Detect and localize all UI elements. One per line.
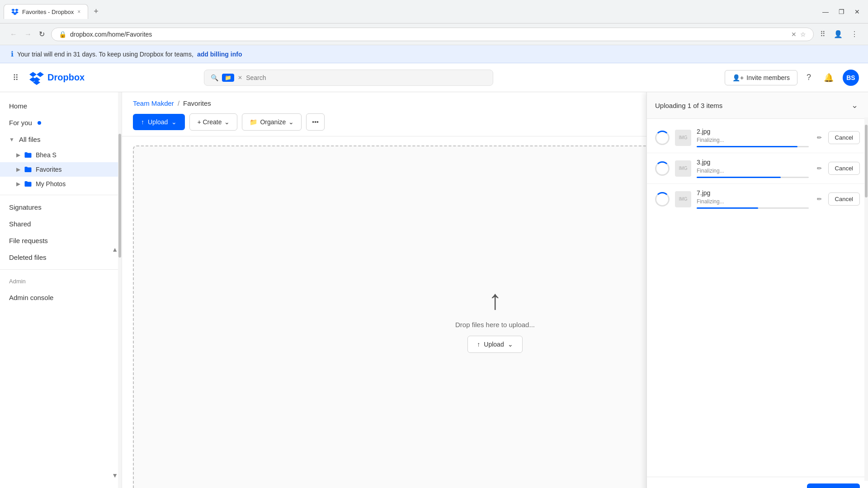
- create-dropdown-icon: ⌄: [224, 118, 230, 126]
- upload-status-3: Finalizing...: [697, 198, 809, 205]
- url-text: dropbox.com/home/Favorites: [70, 31, 788, 38]
- organize-button[interactable]: 📁 Organize ⌄: [242, 113, 302, 131]
- url-bar[interactable]: 🔒 dropbox.com/home/Favorites ✕ ☆: [51, 28, 814, 41]
- sidebar-divider-1: [0, 195, 122, 195]
- maximize-button[interactable]: ❐: [834, 6, 849, 17]
- upload-edit-btn-1[interactable]: ✏: [814, 131, 825, 144]
- upload-item-actions-2: ✏ Cancel: [814, 162, 860, 175]
- notifications-button[interactable]: 🔔: [820, 69, 837, 86]
- sidebar-admin-section: Admin: [0, 273, 122, 289]
- search-bar[interactable]: 🔍 📁 ✕: [204, 70, 493, 86]
- sidebar-item-home[interactable]: Home: [0, 98, 122, 114]
- sidebar-scroll-thumb: [118, 134, 121, 258]
- sidebar-folder-bhea-s[interactable]: ▶ Bhea S: [0, 148, 122, 162]
- upload-button[interactable]: ↑ Upload ⌄: [133, 114, 185, 130]
- search-input[interactable]: [246, 74, 486, 81]
- deleted-files-label: Deleted files: [9, 253, 47, 261]
- minimize-button[interactable]: —: [818, 6, 833, 17]
- sidebar-item-file-requests[interactable]: File requests: [0, 232, 122, 249]
- upload-panel-scrollbar[interactable]: [864, 117, 868, 481]
- upload-panel-scroll-thumb: [865, 125, 868, 197]
- organize-dropdown-icon: ⌄: [288, 118, 294, 126]
- sidebar-scroll-down[interactable]: ▼: [112, 472, 118, 479]
- upload-edit-btn-3[interactable]: ✏: [814, 193, 825, 205]
- close-tab-btn[interactable]: ×: [77, 9, 80, 15]
- billing-link[interactable]: add billing info: [197, 51, 242, 58]
- upload-spinner-3: [655, 192, 670, 206]
- breadcrumb-current: Favorites: [183, 99, 211, 107]
- profile-btn[interactable]: 👤: [831, 27, 845, 41]
- new-tab-button[interactable]: +: [90, 5, 102, 18]
- upload-cancel-btn-3[interactable]: Cancel: [828, 192, 860, 206]
- sidebar-scrollbar[interactable]: [118, 92, 122, 488]
- upload-edit-btn-2[interactable]: ✏: [814, 162, 825, 174]
- for-you-label: For you: [9, 119, 32, 127]
- header-actions: 👤+ Invite members ? 🔔 BS: [725, 69, 859, 86]
- active-tab[interactable]: Favorites - Dropbox ×: [4, 4, 88, 19]
- upload-cancel-btn-1[interactable]: Cancel: [828, 131, 860, 144]
- url-bookmark-icon[interactable]: ☆: [800, 31, 806, 38]
- close-button[interactable]: ✕: [850, 6, 864, 17]
- upload-item: IMG 2.jpg Finalizing... ✏ Cancel: [647, 122, 868, 153]
- sidebar-item-all-files[interactable]: ▼ All files: [0, 131, 122, 148]
- add-more-button[interactable]: Add more ⌄: [807, 483, 860, 488]
- search-filter-icon[interactable]: 📁: [222, 74, 234, 82]
- address-bar: ← → ↻ 🔒 dropbox.com/home/Favorites ✕ ☆ ⠿…: [0, 23, 868, 45]
- search-filter-clear[interactable]: ✕: [238, 75, 242, 81]
- user-avatar[interactable]: BS: [843, 70, 859, 86]
- grid-menu-btn[interactable]: ⠿: [9, 69, 22, 86]
- search-icon: 🔍: [211, 74, 218, 81]
- upload-zone-button[interactable]: ↑ Upload ⌄: [467, 336, 522, 353]
- banner-info-icon: ℹ: [11, 50, 14, 58]
- url-lock-icon: 🔒: [59, 31, 66, 38]
- banner-text: Your trial will end in 31 days. To keep …: [17, 51, 193, 58]
- invite-members-button[interactable]: 👤+ Invite members: [725, 70, 797, 85]
- refresh-button[interactable]: ↻: [36, 27, 47, 41]
- sidebar: Home For you ▼ All files ▶ Bhea S ▶: [0, 92, 122, 488]
- upload-panel: Uploading 1 of 3 items ⌄ IMG 2.jpg Final…: [646, 92, 868, 488]
- upload-progress-bar-3: [697, 207, 809, 209]
- upload-panel-header: Uploading 1 of 3 items ⌄: [647, 92, 868, 119]
- upload-info-3: 7.jpg Finalizing...: [697, 189, 809, 209]
- sidebar-folder-favorites[interactable]: ▶ Favorites: [0, 162, 122, 177]
- upload-progress-bar-2: [697, 177, 809, 178]
- upload-panel-empty-space: [647, 301, 868, 477]
- upload-status-1: Finalizing...: [697, 137, 809, 143]
- my-photos-chevron-icon: ▶: [16, 181, 20, 187]
- window-controls: — ❐ ✕: [818, 6, 864, 17]
- tab-label: Favorites - Dropbox: [22, 9, 74, 15]
- create-button[interactable]: + Create ⌄: [189, 113, 237, 131]
- upload-cancel-btn-2[interactable]: Cancel: [828, 162, 860, 175]
- settings-btn[interactable]: ⋮: [848, 27, 861, 41]
- upload-items-list: IMG 2.jpg Finalizing... ✏ Cancel: [647, 119, 868, 301]
- forward-button[interactable]: →: [22, 27, 34, 41]
- upload-panel-collapse-button[interactable]: ⌄: [849, 99, 860, 112]
- browser-chrome: Favorites - Dropbox × + — ❐ ✕: [0, 0, 868, 23]
- upload-arrow-icon: ↑: [488, 286, 502, 314]
- upload-dropdown-icon: ⌄: [171, 118, 177, 126]
- sidebar-item-admin-console[interactable]: Admin console: [0, 289, 122, 306]
- sidebar-item-deleted-files[interactable]: Deleted files: [0, 249, 122, 266]
- favorites-chevron-icon: ▶: [16, 166, 20, 173]
- extensions-btn[interactable]: ⠿: [817, 27, 828, 41]
- breadcrumb-separator: /: [178, 99, 179, 107]
- breadcrumb-root[interactable]: Team Makder: [133, 99, 174, 107]
- upload-info-2: 3.jpg Finalizing...: [697, 159, 809, 178]
- invite-icon: 👤+: [732, 74, 744, 81]
- help-button[interactable]: ?: [803, 69, 815, 86]
- sidebar-folder-my-photos[interactable]: ▶ My Photos: [0, 177, 122, 191]
- folder-icon-favorites: [24, 166, 32, 173]
- organize-label: Organize: [260, 118, 286, 126]
- back-button[interactable]: ←: [7, 27, 20, 41]
- sidebar-item-shared[interactable]: Shared: [0, 216, 122, 232]
- more-options-button[interactable]: •••: [306, 113, 325, 131]
- url-clear-icon[interactable]: ✕: [791, 31, 797, 38]
- admin-label: Admin: [9, 278, 26, 285]
- dropbox-tab-icon: [11, 8, 19, 15]
- sidebar-item-signatures[interactable]: Signatures: [0, 199, 122, 216]
- upload-status-2: Finalizing...: [697, 168, 809, 174]
- nav-controls: ← → ↻: [7, 27, 47, 41]
- sidebar-item-for-you[interactable]: For you: [0, 114, 122, 131]
- sidebar-scroll-up[interactable]: ▲: [112, 246, 118, 253]
- logo[interactable]: Dropbox: [29, 70, 85, 85]
